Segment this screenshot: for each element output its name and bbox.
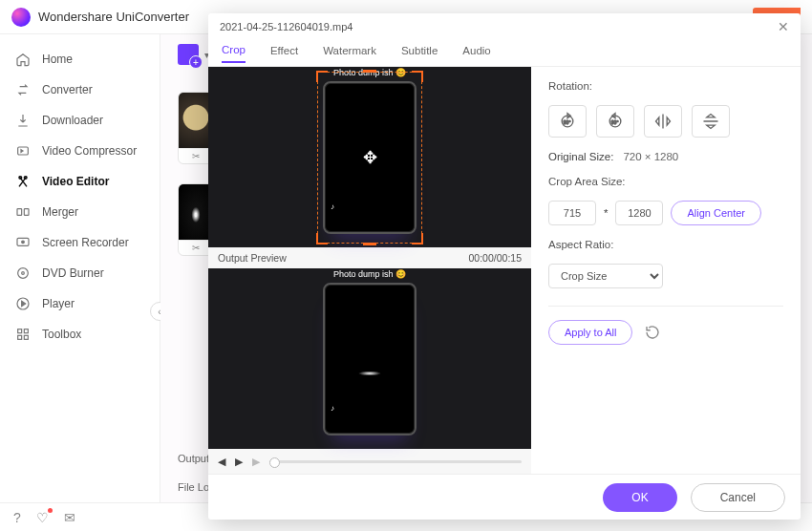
next-frame-button[interactable]: ▶ bbox=[252, 456, 260, 468]
ok-button[interactable]: OK bbox=[603, 483, 676, 512]
bell-icon[interactable]: ♡ bbox=[36, 510, 49, 525]
sidebar-item-home[interactable]: Home bbox=[0, 44, 160, 74]
editor-icon bbox=[15, 174, 31, 189]
seek-slider[interactable] bbox=[269, 460, 522, 463]
svg-point-7 bbox=[18, 268, 29, 279]
svg-point-8 bbox=[22, 272, 25, 275]
multiply-symbol: * bbox=[604, 207, 608, 219]
tab-audio[interactable]: Audio bbox=[462, 45, 490, 62]
sidebar-item-label: Screen Recorder bbox=[42, 236, 129, 249]
flip-horizontal-button[interactable] bbox=[644, 105, 682, 138]
flip-vertical-button[interactable] bbox=[692, 105, 730, 138]
rotate-ccw-button[interactable]: 90° bbox=[596, 105, 634, 138]
help-icon[interactable]: ? bbox=[13, 510, 21, 525]
app-logo-icon bbox=[11, 8, 31, 27]
tab-watermark[interactable]: Watermark bbox=[323, 45, 376, 62]
crop-rectangle[interactable] bbox=[317, 72, 422, 244]
svg-point-6 bbox=[22, 241, 25, 244]
scissors-icon[interactable]: ✂ bbox=[192, 243, 200, 253]
sidebar-item-label: Toolbox bbox=[42, 328, 81, 341]
transport-bar: ◀ ▶ ▶ bbox=[208, 449, 531, 474]
crop-preview[interactable]: Photo dump ish 😊 ✥ ♪ bbox=[208, 67, 531, 247]
scissors-icon[interactable]: ✂ bbox=[192, 151, 200, 161]
output-preview-label: Output Preview bbox=[218, 252, 287, 264]
sidebar: Home Converter Downloader Video Compress… bbox=[0, 34, 160, 502]
output-preview: Photo dump ish 😊 ♪ bbox=[208, 268, 531, 449]
sidebar-item-label: Converter bbox=[42, 83, 93, 96]
preview-column: Photo dump ish 😊 ✥ ♪ Output Preview 00:0… bbox=[208, 67, 531, 474]
frame-highlight bbox=[358, 372, 381, 376]
sidebar-item-label: DVD Burner bbox=[42, 266, 104, 280]
output-frame: Photo dump ish 😊 ♪ bbox=[323, 283, 417, 435]
add-file-button[interactable] bbox=[178, 44, 199, 65]
divider bbox=[548, 306, 783, 307]
sidebar-item-label: Downloader bbox=[42, 114, 103, 127]
tab-crop[interactable]: Crop bbox=[222, 44, 246, 63]
sidebar-item-merger[interactable]: Merger bbox=[0, 197, 160, 227]
svg-rect-13 bbox=[24, 335, 28, 339]
crop-settings: Rotation: 90° 90° Original Size: 720 × 1… bbox=[531, 67, 801, 474]
aspect-ratio-label: Aspect Ratio: bbox=[548, 239, 783, 250]
rotate-cw-button[interactable]: 90° bbox=[548, 105, 587, 138]
aspect-ratio-select[interactable]: Crop Size bbox=[548, 264, 663, 288]
recorder-icon bbox=[15, 235, 31, 250]
svg-rect-4 bbox=[24, 209, 29, 216]
crop-area-label: Crop Area Size: bbox=[548, 176, 783, 187]
svg-text:90°: 90° bbox=[564, 119, 571, 125]
svg-rect-12 bbox=[18, 335, 22, 339]
svg-rect-3 bbox=[17, 209, 22, 216]
clip-caption: Photo dump ish 😊 bbox=[325, 269, 415, 279]
sidebar-item-player[interactable]: Player bbox=[0, 288, 160, 319]
align-center-button[interactable]: Align Center bbox=[671, 201, 761, 225]
sidebar-item-label: Home bbox=[42, 53, 73, 66]
original-size-label: Original Size: bbox=[548, 151, 613, 162]
sidebar-item-compressor[interactable]: Video Compressor bbox=[0, 136, 160, 166]
preview-timecode: 00:00/00:15 bbox=[469, 252, 522, 264]
tab-effect[interactable]: Effect bbox=[270, 45, 298, 62]
downloader-icon bbox=[15, 113, 31, 128]
sidebar-item-recorder[interactable]: Screen Recorder bbox=[0, 227, 160, 258]
compressor-icon bbox=[15, 143, 31, 159]
cancel-button[interactable]: Cancel bbox=[691, 483, 785, 512]
apply-to-all-button[interactable]: Apply to All bbox=[548, 320, 632, 345]
sidebar-item-label: Player bbox=[42, 297, 75, 310]
play-button[interactable]: ▶ bbox=[235, 456, 243, 468]
merger-icon bbox=[15, 204, 31, 220]
feedback-icon[interactable]: ✉ bbox=[64, 510, 75, 525]
sidebar-item-label: Video Editor bbox=[42, 175, 109, 188]
crop-width-input[interactable] bbox=[548, 201, 596, 225]
converter-icon bbox=[15, 82, 31, 97]
tab-subtitle[interactable]: Subtitle bbox=[401, 45, 438, 62]
sidebar-item-toolbox[interactable]: Toolbox bbox=[0, 319, 160, 350]
sidebar-item-label: Video Compressor bbox=[42, 144, 137, 158]
editor-tabs: Crop Effect Watermark Subtitle Audio bbox=[208, 40, 801, 67]
home-icon bbox=[15, 52, 31, 67]
sidebar-item-dvd[interactable]: DVD Burner bbox=[0, 258, 160, 288]
svg-rect-11 bbox=[24, 329, 28, 333]
app-title: Wondershare UniConverter bbox=[38, 10, 189, 24]
video-editor-dialog: 2021-04-25-112604019.mp4 ✕ Crop Effect W… bbox=[208, 13, 801, 520]
sidebar-item-converter[interactable]: Converter bbox=[0, 74, 160, 105]
sidebar-item-label: Merger bbox=[42, 205, 78, 219]
reset-icon[interactable] bbox=[644, 324, 661, 341]
close-icon[interactable]: ✕ bbox=[778, 19, 789, 34]
player-icon bbox=[15, 296, 31, 311]
tiktok-watermark-icon: ♪ bbox=[331, 404, 334, 413]
original-size-value: 720 × 1280 bbox=[623, 151, 678, 162]
sidebar-item-downloader[interactable]: Downloader bbox=[0, 105, 160, 136]
rotation-label: Rotation: bbox=[548, 80, 783, 92]
sidebar-item-editor[interactable]: Video Editor bbox=[0, 166, 160, 197]
svg-rect-10 bbox=[18, 329, 22, 333]
toolbox-icon bbox=[15, 327, 31, 342]
crop-height-input[interactable] bbox=[615, 201, 663, 225]
prev-frame-button[interactable]: ◀ bbox=[218, 456, 225, 468]
dialog-filename: 2021-04-25-112604019.mp4 bbox=[220, 21, 353, 32]
dvd-icon bbox=[15, 266, 31, 281]
svg-text:90°: 90° bbox=[611, 119, 619, 125]
